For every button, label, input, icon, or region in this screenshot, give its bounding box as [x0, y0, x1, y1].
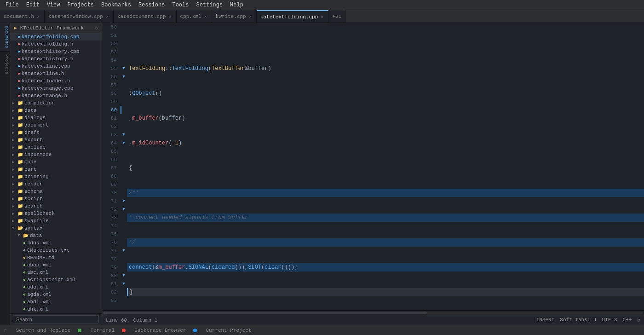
filetree-title: KTextEditor Framework — [20, 25, 84, 31]
tree-folder-dialogs[interactable]: ▶ 📁 dialogs — [10, 114, 102, 121]
filetree-content[interactable]: ● katetextfolding.cpp ● katetextfolding.… — [10, 33, 102, 313]
folder-icon: 📁 — [17, 137, 23, 143]
tree-item-katetexthistory-cpp[interactable]: ● katetexthistory.cpp — [10, 48, 102, 55]
filetree-search-input[interactable] — [13, 315, 99, 323]
menu-sessions[interactable]: Sessions — [135, 1, 169, 9]
tab-katedocument[interactable]: katedocument.cpp ✕ — [114, 10, 177, 23]
tree-folder-syntax-data[interactable]: ▼ 📂 data — [10, 232, 102, 239]
tree-folder-schema[interactable]: ▶ 📁 schema — [10, 188, 102, 195]
tree-item-katetextrange-cpp[interactable]: ● katetextrange.cpp — [10, 85, 102, 92]
menu-edit[interactable]: Edit — [23, 1, 43, 9]
tab-kwrite[interactable]: kwrite.cpp ✕ — [212, 10, 257, 23]
filetree-refresh[interactable]: ↻ — [95, 25, 98, 31]
fold-marker-56[interactable]: ▼ — [121, 73, 127, 81]
tree-folder-mode[interactable]: ▶ 📁 mode — [10, 158, 102, 166]
tab-close-kwrite[interactable]: ✕ — [248, 14, 253, 19]
tree-item-ada-xml[interactable]: ● ada.xml — [10, 283, 102, 291]
xml-file-icon: ● — [23, 285, 26, 290]
bottom-tab-current-project[interactable]: Current Project — [202, 327, 255, 334]
tree-item-4dos-xml[interactable]: ● 4dos.xml — [10, 239, 102, 247]
encoding[interactable]: UTF-8 — [602, 317, 617, 323]
menu-settings[interactable]: Settings — [192, 1, 226, 9]
folder-icon: 📁 — [17, 189, 23, 194]
main-area: Documents Projects ▶ KTextEditor Framewo… — [0, 23, 644, 325]
tree-folder-document[interactable]: ▶ 📁 document — [10, 121, 102, 129]
fold-marker-71[interactable]: ▼ — [121, 197, 127, 205]
code-line-54: , m_idCounter(-1) — [127, 139, 644, 147]
backtrace-indicator — [122, 329, 126, 332]
fold-marker-80[interactable]: ▼ — [121, 271, 127, 280]
tree-folder-include[interactable]: ▶ 📁 include — [10, 144, 102, 151]
tree-item-ahdl-xml[interactable]: ● ahdl.xml — [10, 298, 102, 306]
tree-item-abap-xml[interactable]: ● abap.xml — [10, 261, 102, 269]
tree-folder-data[interactable]: ▶ 📁 data — [10, 107, 102, 114]
bottom-tab-search-replace[interactable]: Search and Replace — [12, 327, 75, 334]
tree-item-katetextrange-h[interactable]: ● katetextrange.h — [10, 92, 102, 99]
tree-item-abc-xml[interactable]: ● abc.xml — [10, 269, 102, 276]
fold-marker-55[interactable]: ▼ — [121, 64, 127, 73]
tree-folder-printing[interactable]: ▶ 📁 printing — [10, 173, 102, 180]
tab-more[interactable]: +21 — [328, 10, 345, 23]
tree-item-cmakelists[interactable]: ● CMakeLists.txt — [10, 247, 102, 254]
code-text[interactable]: TextFolding::TextFolding(TextBuffer &buf… — [127, 23, 644, 310]
fold-marker-72[interactable]: ▼ — [121, 205, 127, 214]
tree-item-actionscript-xml[interactable]: ● actionscript.xml — [10, 276, 102, 283]
fold-markers: ▼ ▼ ▼ ▼ ▼ ▼ — [121, 23, 127, 310]
tree-folder-script[interactable]: ▶ 📁 script — [10, 195, 102, 202]
tree-folder-spellcheck[interactable]: ▶ 📁 spellcheck — [10, 210, 102, 217]
tab-cppxml[interactable]: cpp.xml ✕ — [177, 10, 212, 23]
menu-view[interactable]: View — [43, 1, 64, 9]
fold-marker-77[interactable]: ▼ — [121, 247, 127, 255]
fold-marker-63[interactable]: ▼ — [121, 131, 127, 139]
h-file-icon: ● — [17, 42, 20, 47]
h-file-icon: ● — [17, 93, 20, 98]
tab-katetextfolding[interactable]: katetextfolding.cpp ✕ — [257, 10, 328, 23]
tree-item-readme[interactable]: ● README.md — [10, 254, 102, 261]
code-line-58: */ — [127, 238, 644, 247]
tree-folder-export[interactable]: ▶ 📁 export — [10, 136, 102, 144]
tree-folder-syntax[interactable]: ▼ 📂 syntax — [10, 225, 102, 232]
tree-item-katetextfolding-h[interactable]: ● katetextfolding.h — [10, 40, 102, 48]
menu-projects[interactable]: Projects — [63, 1, 98, 9]
menu-help[interactable]: Help — [226, 1, 247, 9]
bottom-tab-backtrace[interactable]: Backtrace Browser — [131, 327, 190, 334]
tab-close-katemainwindow[interactable]: ✕ — [105, 14, 109, 19]
tree-item-katetextline-cpp[interactable]: ● katetextline.cpp — [10, 63, 102, 70]
menu-file[interactable]: File — [2, 1, 23, 9]
settings-icon[interactable]: ⚙ — [637, 317, 640, 323]
chevron-down-icon: ▼ — [17, 233, 23, 238]
vtab-projects[interactable]: Projects — [0, 52, 10, 77]
menu-bookmarks[interactable]: Bookmarks — [98, 1, 135, 9]
horizontal-scrollbar[interactable] — [102, 310, 644, 315]
tree-item-ahk-xml[interactable]: ● ahk.xml — [10, 306, 102, 313]
tree-folder-part[interactable]: ▶ 📁 part — [10, 166, 102, 173]
tab-label: katetextfolding.cpp — [260, 14, 318, 20]
menu-tools[interactable]: Tools — [168, 1, 192, 9]
tab-close-katedocument[interactable]: ✕ — [168, 14, 172, 19]
tab-close-document-h[interactable]: ✕ — [36, 14, 40, 19]
code-line-57: * connect needed signals from buffer — [127, 214, 644, 222]
tree-item-katetextloader-h[interactable]: ● katetextloader.h — [10, 77, 102, 85]
tree-folder-inputmode[interactable]: ▶ 📁 inputmode — [10, 151, 102, 158]
tab-document-h[interactable]: document.h ✕ — [0, 10, 45, 23]
fold-marker-64[interactable]: ▼ — [121, 139, 127, 147]
tree-item-agda-xml[interactable]: ● agda.xml — [10, 291, 102, 298]
tab-close-cppxml[interactable]: ✕ — [203, 14, 208, 19]
code-content[interactable]: 50 51 52 53 54 55 56 57 58 59 60 61 62 6… — [102, 23, 644, 310]
vtab-documents[interactable]: Documents — [0, 23, 10, 52]
tree-item-katetextline-h[interactable]: ● katetextline.h — [10, 70, 102, 77]
tree-folder-completion[interactable]: ▶ 📁 completion — [10, 99, 102, 107]
tab-katemainwindow[interactable]: katemainwindow.cpp ✕ — [45, 10, 114, 23]
tree-folder-draft[interactable]: ▶ 📁 draft — [10, 129, 102, 136]
tree-folder-render[interactable]: ▶ 📁 render — [10, 180, 102, 188]
tree-item-katetextfolding-cpp[interactable]: ● katetextfolding.cpp — [10, 33, 102, 40]
tree-folder-search[interactable]: ▶ 📁 search — [10, 202, 102, 210]
tab-close-katetextfolding[interactable]: ✕ — [320, 14, 324, 20]
tree-folder-swapfile[interactable]: ▶ 📁 swapfile — [10, 217, 102, 225]
code-line-55: { — [127, 164, 644, 172]
fold-marker-81[interactable]: ▼ — [121, 280, 127, 288]
language-mode[interactable]: C++ — [623, 317, 632, 323]
project-indicator — [193, 329, 197, 332]
bottom-tab-terminal[interactable]: Terminal — [86, 327, 118, 334]
tree-item-katetexthistory-h[interactable]: ● katetexthistory.h — [10, 55, 102, 63]
